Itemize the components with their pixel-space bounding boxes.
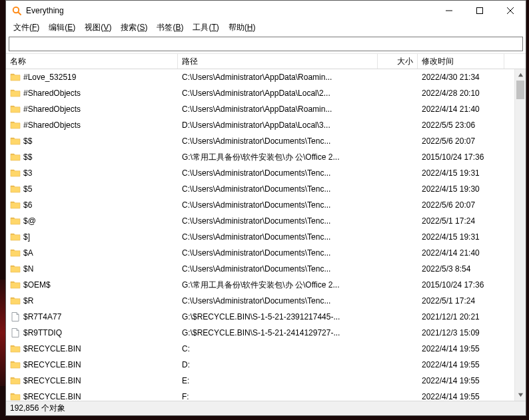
cell-name: $A [6, 248, 178, 258]
result-row[interactable]: $R7T4A77G:\$RECYCLE.BIN\S-1-5-21-2391217… [6, 309, 526, 325]
result-row[interactable]: #SharedObjectsC:\Users\Administrator\App… [6, 85, 526, 101]
cell-date: 2022/4/14 19:55 [418, 376, 504, 385]
folder-icon [10, 120, 21, 130]
results-list: #Love_532519C:\Users\Administrator\AppDa… [6, 69, 526, 401]
result-row[interactable]: $OEM$G:\常用工具备份\软件安装包\办 公\Office 2...2015… [6, 277, 526, 293]
cell-path: C:\Users\Administrator\Documents\Tenc... [178, 184, 378, 194]
cell-date: 2022/5/5 23:06 [418, 120, 504, 130]
window-controls [434, 1, 526, 21]
scroll-thumb[interactable] [516, 81, 524, 99]
cell-date: 2022/5/6 20:07 [418, 136, 504, 146]
cell-name: $RECYCLE.BIN [6, 391, 178, 401]
header-date[interactable]: 修改时间 [418, 54, 504, 69]
menu-file[interactable]: 文件(F) [9, 21, 44, 35]
cell-name: $OEM$ [6, 280, 178, 290]
cell-name: $N [6, 264, 178, 274]
cell-path: C:\Users\Administrator\AppData\Local\2..… [178, 89, 378, 98]
close-button[interactable] [495, 1, 526, 21]
cell-path: C:\Users\Administrator\Documents\Tenc... [178, 248, 378, 258]
result-row[interactable]: $$C:\Users\Administrator\Documents\Tenc.… [6, 133, 526, 149]
file-name: $3 [23, 168, 32, 178]
cell-date: 2022/4/15 19:31 [418, 232, 504, 242]
file-name: $RECYCLE.BIN [23, 344, 81, 353]
scroll-down-button[interactable] [515, 389, 526, 401]
everything-window: Everything 文件(F) 编辑(E) 视图(V) 搜索(S) 书签(B)… [5, 0, 526, 416]
status-text: 192,856 个对象 [10, 403, 65, 414]
cell-path: C:\Users\Administrator\Documents\Tenc... [178, 136, 378, 146]
file-name: $RECYCLE.BIN [23, 392, 81, 401]
file-name: $5 [23, 184, 32, 194]
folder-icon [10, 248, 21, 258]
folder-icon [10, 88, 21, 99]
result-row[interactable]: $AC:\Users\Administrator\Documents\Tenc.… [6, 245, 526, 261]
cell-path: C:\Users\Administrator\Documents\Tenc... [178, 200, 378, 210]
titlebar[interactable]: Everything [6, 1, 526, 21]
app-icon [11, 5, 22, 16]
folder-icon [10, 343, 21, 354]
menu-tools[interactable]: 工具(T) [188, 21, 223, 35]
result-row[interactable]: $3C:\Users\Administrator\Documents\Tenc.… [6, 165, 526, 181]
folder-icon [10, 136, 21, 146]
menu-help[interactable]: 帮助(H) [224, 21, 261, 35]
cell-path: C:\Users\Administrator\AppData\Roamin... [178, 73, 378, 82]
cell-path: G:\常用工具备份\软件安装包\办 公\Office 2... [178, 152, 378, 163]
cell-name: $R7T4A77 [6, 312, 178, 322]
file-name: $RECYCLE.BIN [23, 360, 81, 369]
cell-path: C:\Users\Administrator\Documents\Tenc... [178, 216, 378, 226]
cell-name: $$ [6, 152, 178, 162]
file-name: $N [23, 264, 33, 274]
header-name[interactable]: 名称 [6, 54, 178, 69]
result-row[interactable]: $NC:\Users\Administrator\Documents\Tenc.… [6, 261, 526, 277]
result-row[interactable]: $RECYCLE.BINC:2022/4/14 19:55 [6, 341, 526, 357]
result-row[interactable]: $5C:\Users\Administrator\Documents\Tenc.… [6, 181, 526, 197]
cell-name: $@ [6, 216, 178, 226]
result-row[interactable]: $@C:\Users\Administrator\Documents\Tenc.… [6, 213, 526, 229]
result-row[interactable]: $RECYCLE.BINF:2022/4/14 19:55 [6, 389, 526, 401]
folder-icon [10, 216, 21, 226]
file-name: #SharedObjects [23, 105, 81, 114]
search-input[interactable] [9, 37, 523, 51]
header-size[interactable]: 大小 [378, 54, 418, 69]
file-name: $$ [23, 152, 32, 162]
folder-icon [10, 184, 21, 194]
file-name: $6 [23, 200, 32, 210]
file-name: #Love_532519 [23, 73, 76, 82]
cell-date: 2022/4/28 20:10 [418, 89, 504, 98]
menu-edit[interactable]: 编辑(E) [44, 21, 80, 35]
scroll-up-button[interactable] [515, 69, 526, 81]
result-row[interactable]: $RECYCLE.BIND:2022/4/14 19:55 [6, 357, 526, 373]
scroll-track[interactable] [515, 81, 526, 389]
cell-path: C:\Users\Administrator\AppData\Roamin... [178, 105, 378, 114]
result-row[interactable]: #Love_532519C:\Users\Administrator\AppDa… [6, 69, 526, 85]
result-row[interactable]: $$G:\常用工具备份\软件安装包\办 公\Office 2...2015/10… [6, 149, 526, 165]
vertical-scrollbar[interactable] [514, 69, 526, 401]
result-row[interactable]: #SharedObjectsC:\Users\Administrator\App… [6, 101, 526, 117]
result-row[interactable]: $]C:\Users\Administrator\Documents\Tenc.… [6, 229, 526, 245]
header-path[interactable]: 路径 [178, 54, 378, 69]
file-name: $@ [23, 216, 36, 226]
file-name: $R [23, 296, 33, 306]
result-row[interactable]: #SharedObjectsD:\Users\Administrator\App… [6, 117, 526, 133]
folder-icon [10, 391, 21, 401]
result-row[interactable]: $RC:\Users\Administrator\Documents\Tenc.… [6, 293, 526, 309]
menubar: 文件(F) 编辑(E) 视图(V) 搜索(S) 书签(B) 工具(T) 帮助(H… [6, 21, 526, 35]
file-name: #SharedObjects [23, 89, 81, 98]
cell-name: #Love_532519 [6, 72, 178, 83]
cell-name: $RECYCLE.BIN [6, 343, 178, 354]
cell-date: 2022/4/14 19:55 [418, 344, 504, 353]
result-row[interactable]: $R9TTDIQG:\$RECYCLE.BIN\S-1-5-21-2414129… [6, 325, 526, 341]
menu-search[interactable]: 搜索(S) [116, 21, 152, 35]
window-title: Everything [26, 6, 434, 15]
statusbar: 192,856 个对象 [6, 401, 526, 415]
menu-view[interactable]: 视图(V) [80, 21, 116, 35]
desktop-background-accent [0, 280, 5, 386]
maximize-button[interactable] [464, 1, 495, 21]
folder-icon [10, 296, 21, 306]
cell-path: C:\Users\Administrator\Documents\Tenc... [178, 232, 378, 242]
menu-bookmarks[interactable]: 书签(B) [152, 21, 188, 35]
minimize-button[interactable] [434, 1, 464, 21]
cell-path: C:\Users\Administrator\Documents\Tenc... [178, 264, 378, 274]
folder-icon [10, 375, 21, 386]
result-row[interactable]: $RECYCLE.BINE:2022/4/14 19:55 [6, 373, 526, 389]
result-row[interactable]: $6C:\Users\Administrator\Documents\Tenc.… [6, 197, 526, 213]
